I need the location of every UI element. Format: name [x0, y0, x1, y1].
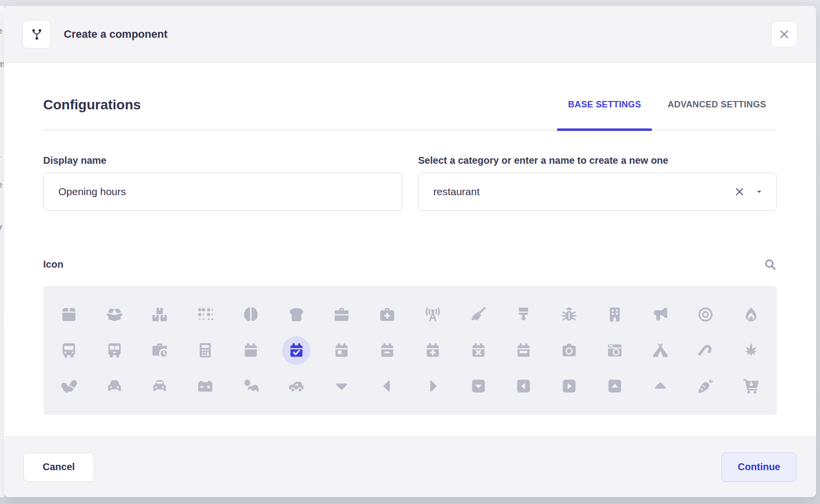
tab-base-settings[interactable]: BASE SETTINGS — [557, 100, 652, 129]
icon-bullhorn-icon[interactable] — [638, 297, 683, 332]
category-field-group: Select a category or enter a name to cre… — [418, 155, 777, 211]
icon-candy-cane-icon[interactable] — [683, 332, 729, 368]
icon-car-alt-icon[interactable] — [137, 368, 183, 404]
icon-bread-slice-icon[interactable] — [274, 297, 319, 332]
search-icon[interactable] — [764, 258, 777, 271]
icon-camera-retro-icon[interactable] — [592, 332, 638, 368]
close-button[interactable] — [771, 21, 797, 48]
category-input[interactable] — [418, 173, 777, 211]
icon-camera-icon[interactable] — [546, 332, 592, 368]
category-clear-icon[interactable] — [734, 186, 745, 198]
continue-button[interactable]: Continue — [721, 453, 796, 482]
display-name-label: Display name — [43, 155, 402, 166]
icon-building-icon[interactable] — [592, 297, 638, 332]
icon-caret-square-up-icon[interactable] — [592, 368, 638, 404]
icon-caret-square-left-icon[interactable] — [501, 368, 547, 404]
background-text-fragment: y — [0, 222, 2, 232]
icon-bus-icon[interactable] — [46, 332, 92, 368]
icon-braille-icon[interactable] — [182, 297, 228, 332]
icon-briefcase-medical-icon[interactable] — [364, 297, 410, 332]
background-text-fragment: e — [0, 179, 2, 190]
icon-caret-up-icon[interactable] — [638, 368, 683, 404]
icon-calendar-day-icon[interactable] — [319, 332, 365, 368]
icon-capsules-icon[interactable] — [46, 368, 92, 404]
icon-broom-icon[interactable] — [456, 297, 501, 332]
icon-bullseye-icon[interactable] — [683, 297, 729, 332]
modal-footer: Cancel Continue — [4, 436, 816, 497]
icon-business-time-icon[interactable] — [137, 332, 183, 368]
cancel-button[interactable]: Cancel — [24, 453, 94, 482]
modal-header: Create a component — [4, 6, 816, 63]
create-component-modal: Create a component Configurations BASE S… — [4, 6, 816, 497]
icon-car-battery-icon[interactable] — [182, 368, 228, 404]
icon-caret-down-icon[interactable] — [319, 368, 365, 404]
icon-burn-icon[interactable] — [728, 297, 774, 332]
icon-calendar-times-icon[interactable] — [456, 332, 501, 368]
tab-advanced-settings[interactable]: ADVANCED SETTINGS — [657, 100, 777, 129]
background-text-fragment: e — [0, 25, 2, 36]
modal-title: Create a component — [64, 28, 168, 41]
icon-calendar-week-icon[interactable] — [501, 332, 547, 368]
display-name-field-group: Display name — [43, 155, 402, 211]
icon-calendar-plus-icon[interactable] — [410, 332, 456, 368]
category-caret-down-icon[interactable] — [755, 188, 763, 196]
icon-briefcase-icon[interactable] — [319, 297, 365, 332]
icon-label: Icon — [43, 259, 63, 270]
icon-cart-arrow-down-icon[interactable] — [728, 368, 774, 404]
icon-calendar-minus-icon[interactable] — [364, 332, 410, 368]
page: { "backdrop": { "edge_fragments": [ {"ch… — [0, 0, 820, 504]
section-heading: Configurations — [43, 97, 141, 129]
icon-picker-header: Icon — [43, 258, 777, 271]
component-branch-icon — [23, 20, 51, 49]
icon-car-crash-icon[interactable] — [228, 368, 274, 404]
icon-calculator-icon[interactable] — [182, 332, 228, 368]
icon-calendar-check-icon[interactable] — [274, 332, 319, 368]
icon-box-icon[interactable] — [46, 297, 92, 332]
icon-carrot-icon[interactable] — [683, 368, 729, 404]
form-row: Display name Select a category or enter … — [43, 155, 777, 211]
branch-icon — [30, 27, 44, 41]
icon-grid — [43, 286, 777, 415]
settings-tabs: BASE SETTINGS ADVANCED SETTINGS — [557, 100, 777, 129]
icon-brush-icon[interactable] — [501, 297, 547, 332]
icon-car-icon[interactable] — [92, 368, 137, 404]
icon-campground-icon[interactable] — [638, 332, 683, 368]
icon-caret-right-icon[interactable] — [410, 368, 456, 404]
icon-cannabis-icon[interactable] — [728, 332, 774, 368]
icon-calendar-icon[interactable] — [228, 332, 274, 368]
category-select[interactable] — [418, 173, 777, 211]
category-label: Select a category or enter a name to cre… — [418, 155, 777, 166]
icon-caret-square-down-icon[interactable] — [456, 368, 501, 404]
background-text-fragment: r — [0, 153, 0, 164]
icon-bus-alt-icon[interactable] — [92, 332, 137, 368]
icon-brain-icon[interactable] — [228, 297, 274, 332]
icon-broadcast-tower-icon[interactable] — [410, 297, 456, 332]
close-icon — [778, 28, 790, 40]
display-name-input[interactable] — [43, 173, 402, 211]
icon-boxes-icon[interactable] — [137, 297, 183, 332]
icon-bug-icon[interactable] — [546, 297, 592, 332]
modal-body: Configurations BASE SETTINGS ADVANCED SE… — [4, 63, 816, 436]
icon-caret-square-right-icon[interactable] — [546, 368, 592, 404]
icon-car-side-icon[interactable] — [274, 368, 319, 404]
section-header-row: Configurations BASE SETTINGS ADVANCED SE… — [43, 97, 777, 130]
icon-box-open-icon[interactable] — [92, 297, 137, 332]
icon-caret-left-icon[interactable] — [364, 368, 410, 404]
